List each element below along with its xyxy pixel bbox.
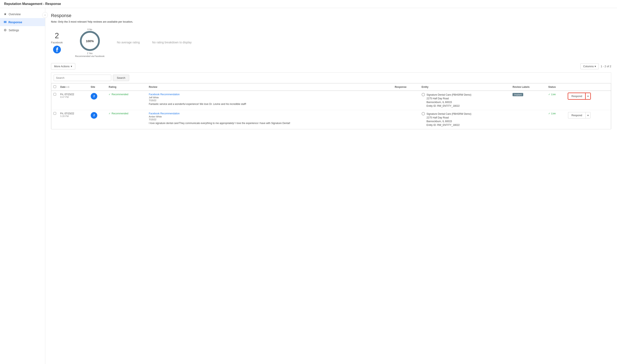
row-status-1: ✓ Live: [546, 110, 566, 129]
no-rating-breakdown: No rating breakdown to display: [152, 41, 192, 44]
row-checkbox-cell: [51, 110, 58, 129]
row-action-1: Respond ▾: [566, 110, 611, 129]
overview-icon: ★: [4, 12, 7, 16]
note-text: Note: Only the 3 most relevant Yelp revi…: [51, 20, 611, 23]
sidebar-item-label: Response: [8, 21, 22, 24]
stats-row: 2 Facebook 0 No 100%: [51, 27, 611, 57]
page-title: Response: [51, 13, 611, 18]
search-bar: Search: [51, 72, 611, 83]
th-checkbox: [51, 83, 58, 91]
search-button[interactable]: Search: [113, 75, 129, 81]
sidebar-item-label: Overview: [9, 13, 21, 16]
respond-btn-group-1: Respond ▾: [568, 112, 609, 118]
th-review: Review: [147, 83, 393, 91]
review-link-1[interactable]: Facebook Recommendation: [149, 112, 180, 115]
sidebar: ‹ ★Overview✉Response⚙Settings: [0, 8, 45, 364]
row-entity-1: Signature Dental Care (PBHSRW Demo) 2275…: [420, 110, 511, 129]
donut-chart: 100%: [80, 31, 100, 51]
donut-top-label: 0 No: [75, 28, 104, 31]
facebook-site-icon-1: [91, 112, 97, 119]
donut-block: 0 No 100% 2 Yes Recommended via Facebook: [75, 27, 104, 57]
row-labels-0: Implant: [511, 91, 546, 110]
row-rating-1: ✓ Recommended: [106, 110, 147, 129]
th-date: Date ▾ ℹ: [58, 83, 89, 91]
note-body: Only the 3 most relevant Yelp reviews ar…: [57, 20, 133, 23]
more-actions-label: More Actions: [54, 65, 69, 68]
no-avg-rating: No average rating: [117, 41, 140, 44]
date-info-icon[interactable]: ℹ: [68, 86, 69, 89]
th-rating: Rating: [106, 83, 147, 91]
table-row: Fri, 07/15/22 8:47 PM ✓ Recommended Fa: [51, 91, 611, 110]
facebook-site-icon-0: [91, 93, 97, 100]
note-prefix: Note:: [51, 20, 57, 23]
no-avg-rating-text: No average rating: [117, 41, 140, 44]
facebook-stat: 2 Facebook: [51, 31, 63, 53]
facebook-label: Facebook: [51, 41, 63, 44]
sidebar-item-overview[interactable]: ★Overview: [0, 10, 45, 18]
row-review-1: Facebook Recommendation Amber White 7/15…: [147, 110, 393, 129]
th-status: Status: [546, 83, 566, 91]
pagination-text: 1 - 2 of 2: [601, 65, 611, 68]
row-checkbox-1[interactable]: [53, 112, 56, 115]
table-row: Fri, 07/15/22 5:28 PM ✓ Recommended Fa: [51, 110, 611, 129]
app-body: ‹ ★Overview✉Response⚙Settings Response N…: [0, 8, 617, 364]
th-review-labels: Review Labels: [511, 83, 546, 91]
row-entity-0: Signature Dental Care (PBHSRW Demo) 2275…: [420, 91, 511, 110]
respond-button-1[interactable]: Respond: [568, 112, 586, 118]
respond-button-0[interactable]: Respond: [568, 93, 586, 99]
row-site-1: [89, 110, 107, 129]
row-date-1: Fri, 07/15/22 5:28 PM: [58, 110, 89, 129]
columns-label: Columns: [583, 65, 593, 68]
reviews-table: Date ▾ ℹ Site Rating Review Response Ent…: [51, 83, 611, 129]
date-sort-icon[interactable]: ▾: [66, 86, 67, 88]
columns-button[interactable]: Columns ▾: [580, 63, 599, 69]
more-actions-chevron: ▾: [71, 65, 72, 68]
settings-icon: ⚙: [4, 28, 7, 32]
row-rating-0: ✓ Recommended: [106, 91, 147, 110]
page-header-title: Reputation Management - Response: [4, 2, 61, 6]
sidebar-item-label: Settings: [9, 29, 19, 32]
columns-info: Columns ▾ 1 - 2 of 2: [580, 63, 611, 69]
columns-chevron: ▾: [595, 65, 596, 68]
row-status-0: ✓ Live: [546, 91, 566, 110]
row-labels-1: [511, 110, 546, 129]
respond-dropdown-0[interactable]: ▾: [586, 93, 591, 99]
facebook-icon-large: [53, 46, 61, 53]
donut-center-text: 100%: [86, 39, 94, 43]
th-response: Response: [393, 83, 420, 91]
sidebar-toggle[interactable]: ‹: [42, 12, 48, 18]
top-header: Reputation Management - Response: [0, 0, 617, 8]
row-review-0: Facebook Recommendation Jeff White 7/15/…: [147, 91, 393, 110]
th-action: [566, 83, 611, 91]
table-body: Fri, 07/15/22 8:47 PM ✓ Recommended Fa: [51, 91, 611, 129]
row-response-1: [393, 110, 420, 129]
donut-sub-label: Recommended via Facebook: [75, 55, 104, 57]
entity-radio-1: [422, 112, 425, 115]
review-link-0[interactable]: Facebook Recommendation: [149, 93, 180, 96]
row-date-0: Fri, 07/15/22 8:47 PM: [58, 91, 89, 110]
response-icon: ✉: [4, 20, 6, 24]
row-response-0: [393, 91, 420, 110]
facebook-count: 2: [51, 31, 63, 40]
respond-btn-group-0: Respond ▾: [568, 93, 609, 99]
row-checkbox-cell: [51, 91, 58, 110]
entity-radio-0: [422, 93, 425, 96]
sidebar-item-settings[interactable]: ⚙Settings: [0, 26, 45, 34]
sidebar-item-response[interactable]: ✉Response: [0, 18, 45, 26]
review-label-badge-0: Implant: [513, 93, 523, 96]
toolbar: More Actions ▾ Columns ▾ 1 - 2 of 2: [51, 63, 611, 69]
main-content: Response Note: Only the 3 most relevant …: [45, 8, 617, 364]
respond-dropdown-1[interactable]: ▾: [586, 112, 591, 118]
reviews-table-wrapper: Date ▾ ℹ Site Rating Review Response Ent…: [51, 83, 611, 129]
select-all-checkbox[interactable]: [53, 85, 56, 88]
row-checkbox-0[interactable]: [53, 93, 56, 96]
search-input[interactable]: [54, 75, 111, 81]
row-action-0: Respond ▾: [566, 91, 611, 110]
table-header: Date ▾ ℹ Site Rating Review Response Ent…: [51, 83, 611, 91]
no-rating-breakdown-text: No rating breakdown to display: [152, 41, 192, 44]
th-site: Site: [89, 83, 107, 91]
row-site-0: [89, 91, 107, 110]
th-entity: Entity: [420, 83, 511, 91]
donut-bottom-count: 2 Yes: [75, 52, 104, 54]
more-actions-button[interactable]: More Actions ▾: [51, 63, 75, 69]
